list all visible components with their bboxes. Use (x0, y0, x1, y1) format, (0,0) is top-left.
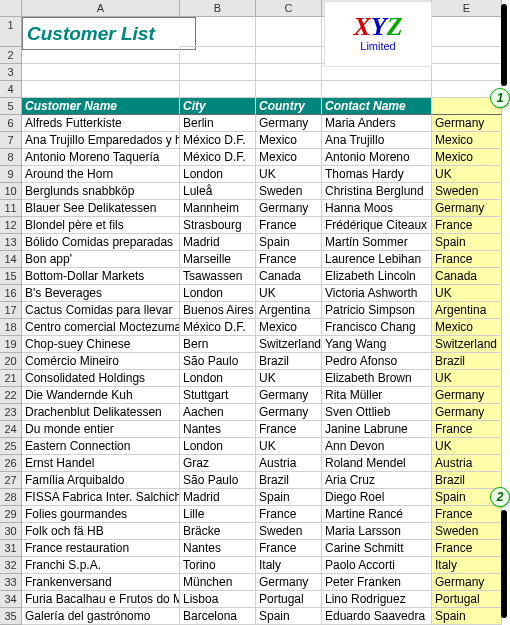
cell-contact-name[interactable]: Martín Sommer (322, 234, 432, 251)
cell-city[interactable]: Madrid (180, 234, 256, 251)
cell-customer-name[interactable]: Drachenblut Delikatessen (22, 404, 180, 421)
cell-city[interactable]: São Paulo (180, 472, 256, 489)
cell-contact-name[interactable]: Sven Ottlieb (322, 404, 432, 421)
cell-city[interactable]: São Paulo (180, 353, 256, 370)
row-header[interactable]: 32 (0, 557, 22, 574)
cell-customer-name[interactable]: Chop-suey Chinese (22, 336, 180, 353)
row-header[interactable]: 8 (0, 149, 22, 166)
cell-city[interactable]: Bern (180, 336, 256, 353)
cell-contact-name[interactable]: Christina Berglund (322, 183, 432, 200)
row-header[interactable]: 23 (0, 404, 22, 421)
row-header[interactable]: 28 (0, 489, 22, 506)
cell-highlight[interactable]: Switzerland (432, 336, 502, 353)
cell-customer-name[interactable]: Blondel père et fils (22, 217, 180, 234)
cell-country[interactable]: Germany (256, 387, 322, 404)
scroll-indicator-top[interactable] (501, 4, 507, 86)
cell-country[interactable]: Brazil (256, 353, 322, 370)
cell-city[interactable]: Strasbourg (180, 217, 256, 234)
cell-highlight[interactable]: Germany (432, 200, 502, 217)
row-header[interactable]: 14 (0, 251, 22, 268)
spreadsheet-grid[interactable]: ABCDE1Customer List2345Customer NameCity… (0, 0, 510, 625)
row-header[interactable]: 35 (0, 608, 22, 625)
cell-city[interactable]: München (180, 574, 256, 591)
cell-customer-name[interactable]: Bólido Comidas preparadas (22, 234, 180, 251)
cell-contact-name[interactable]: Diego Roel (322, 489, 432, 506)
cell-highlight[interactable]: Spain (432, 608, 502, 625)
cell-contact-name[interactable]: Thomas Hardy (322, 166, 432, 183)
cell-city[interactable]: México D.F. (180, 149, 256, 166)
cell-customer-name[interactable]: Ernst Handel (22, 455, 180, 472)
cell-customer-name[interactable]: Ana Trujillo Emparedados y helados (22, 132, 180, 149)
cell-highlight[interactable]: UK (432, 285, 502, 302)
cell-highlight[interactable]: Portugal (432, 591, 502, 608)
cell-country[interactable]: UK (256, 166, 322, 183)
cell-contact-name[interactable]: Victoria Ashworth (322, 285, 432, 302)
cell-contact-name[interactable]: Patricio Simpson (322, 302, 432, 319)
cell-customer-name[interactable]: Bon app' (22, 251, 180, 268)
cell-customer-name[interactable]: Folies gourmandes (22, 506, 180, 523)
cell-customer-name[interactable]: Centro comercial Moctezuma (22, 319, 180, 336)
cell-city[interactable]: Berlin (180, 115, 256, 132)
cell-country[interactable]: Argentina (256, 302, 322, 319)
cell-city[interactable]: Torino (180, 557, 256, 574)
cell-contact-name[interactable]: Aria Cruz (322, 472, 432, 489)
cell-contact-name[interactable]: Pedro Afonso (322, 353, 432, 370)
cell-highlight[interactable]: Mexico (432, 149, 502, 166)
cell-city[interactable]: London (180, 285, 256, 302)
cell-highlight[interactable]: Germany (432, 574, 502, 591)
cell-contact-name[interactable]: Paolo Accorti (322, 557, 432, 574)
cell-contact-name[interactable]: Frédérique Citeaux (322, 217, 432, 234)
cell-country[interactable]: UK (256, 285, 322, 302)
cell-country[interactable]: Germany (256, 574, 322, 591)
cell-city[interactable]: London (180, 438, 256, 455)
cell-country[interactable]: Italy (256, 557, 322, 574)
cell-city[interactable]: Lille (180, 506, 256, 523)
cell-city[interactable]: Mannheim (180, 200, 256, 217)
cell-customer-name[interactable]: Comércio Mineiro (22, 353, 180, 370)
cell-country[interactable]: Spain (256, 608, 322, 625)
row-header[interactable]: 19 (0, 336, 22, 353)
cell-highlight[interactable]: France (432, 506, 502, 523)
cell-city[interactable]: México D.F. (180, 319, 256, 336)
cell-city[interactable]: London (180, 166, 256, 183)
cell-city[interactable]: Marseille (180, 251, 256, 268)
cell-country[interactable]: France (256, 217, 322, 234)
table-header[interactable]: Country (256, 98, 322, 115)
cell-city[interactable]: Lisboa (180, 591, 256, 608)
row-header[interactable]: 26 (0, 455, 22, 472)
cell-country[interactable]: Germany (256, 404, 322, 421)
cell-customer-name[interactable]: Frankenversand (22, 574, 180, 591)
cell-customer-name[interactable]: Galería del gastrónomo (22, 608, 180, 625)
row-header[interactable]: 5 (0, 98, 22, 115)
cell-highlight[interactable]: Brazil (432, 472, 502, 489)
cell-highlight[interactable]: France (432, 217, 502, 234)
cell-contact-name[interactable]: Janine Labrune (322, 421, 432, 438)
row-header[interactable]: 10 (0, 183, 22, 200)
cell-customer-name[interactable]: Around the Horn (22, 166, 180, 183)
cell-country[interactable]: Canada (256, 268, 322, 285)
cell-highlight[interactable]: Germany (432, 115, 502, 132)
cell-city[interactable]: Madrid (180, 489, 256, 506)
cell-customer-name[interactable]: Cactus Comidas para llevar (22, 302, 180, 319)
col-header-A[interactable]: A (22, 0, 180, 17)
cell-highlight[interactable]: UK (432, 370, 502, 387)
cell-highlight[interactable]: Germany (432, 387, 502, 404)
cell-customer-name[interactable]: Franchi S.p.A. (22, 557, 180, 574)
cell-country[interactable]: France (256, 421, 322, 438)
cell-contact-name[interactable]: Martine Rancé (322, 506, 432, 523)
row-header[interactable]: 1 (0, 17, 22, 47)
row-header[interactable]: 11 (0, 200, 22, 217)
cell-city[interactable]: Nantes (180, 540, 256, 557)
cell-contact-name[interactable]: Maria Anders (322, 115, 432, 132)
row-header[interactable]: 29 (0, 506, 22, 523)
cell-city[interactable]: México D.F. (180, 132, 256, 149)
cell-country[interactable]: Spain (256, 234, 322, 251)
cell-highlight[interactable]: Sweden (432, 183, 502, 200)
row-header[interactable]: 24 (0, 421, 22, 438)
cell-country[interactable]: Germany (256, 200, 322, 217)
cell-country[interactable]: France (256, 251, 322, 268)
row-header[interactable]: 17 (0, 302, 22, 319)
cell-city[interactable]: Stuttgart (180, 387, 256, 404)
row-header[interactable]: 22 (0, 387, 22, 404)
cell-country[interactable]: UK (256, 370, 322, 387)
